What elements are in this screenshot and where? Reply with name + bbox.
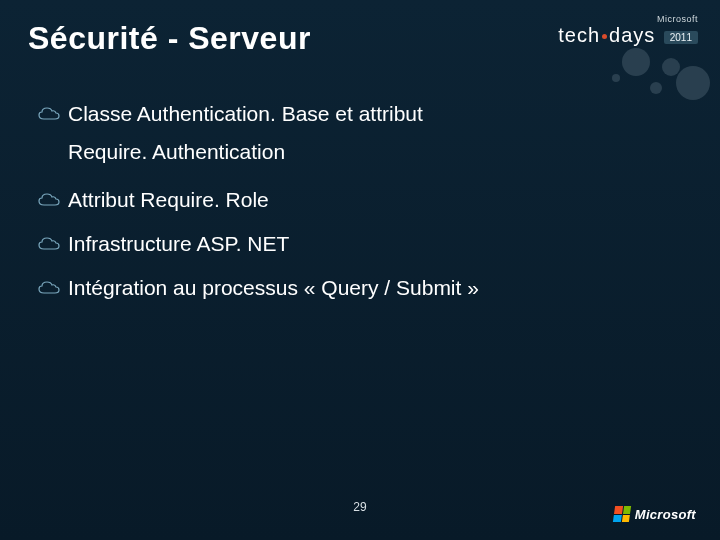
slide: Sécurité - Serveur Microsoft techdays 20… bbox=[0, 0, 720, 540]
footer-logo: Microsoft bbox=[614, 506, 696, 522]
dot-icon bbox=[602, 34, 607, 39]
microsoft-flag-icon bbox=[613, 506, 631, 522]
slide-title: Sécurité - Serveur bbox=[28, 20, 311, 57]
brand-year-badge: 2011 bbox=[664, 31, 698, 44]
bullet-item: Infrastructure ASP. NET bbox=[38, 232, 680, 256]
brand-vendor: Microsoft bbox=[558, 14, 698, 24]
cloud-bullet-icon bbox=[38, 107, 60, 121]
brand-event-prefix: tech bbox=[558, 24, 600, 46]
bullet-item: Intégration au processus « Query / Submi… bbox=[38, 276, 680, 300]
bullet-text: Require. Authentication bbox=[68, 140, 285, 164]
bullet-item-continuation: Require. Authentication bbox=[68, 140, 680, 164]
cloud-bullet-icon bbox=[38, 193, 60, 207]
brand-event: techdays 2011 bbox=[558, 24, 698, 47]
page-number: 29 bbox=[0, 500, 720, 514]
bullet-item: Classe Authentication. Base et attribut bbox=[38, 102, 680, 126]
cloud-bullet-icon bbox=[38, 281, 60, 295]
cloud-bullet-icon bbox=[38, 237, 60, 251]
bullet-text: Attribut Require. Role bbox=[68, 188, 269, 212]
footer-vendor-text: Microsoft bbox=[635, 507, 696, 522]
brand-event-suffix: days bbox=[609, 24, 655, 46]
bullet-text: Intégration au processus « Query / Submi… bbox=[68, 276, 479, 300]
bullet-list: Classe Authentication. Base et attribut … bbox=[38, 102, 680, 320]
bullet-text: Classe Authentication. Base et attribut bbox=[68, 102, 423, 126]
bullet-item: Attribut Require. Role bbox=[38, 188, 680, 212]
bullet-text: Infrastructure ASP. NET bbox=[68, 232, 289, 256]
brand-block: Microsoft techdays 2011 bbox=[558, 14, 698, 47]
